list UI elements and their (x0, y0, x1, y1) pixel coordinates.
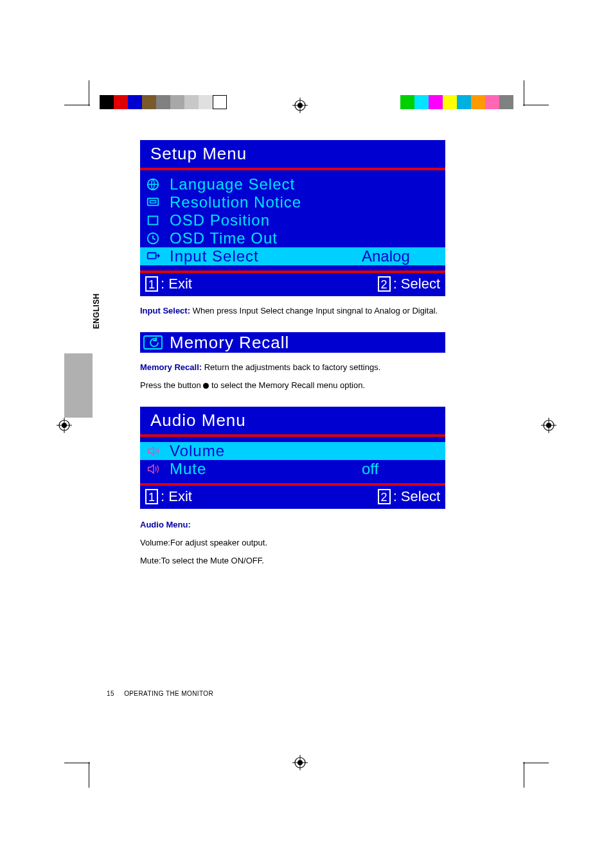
memory-recall-press-line: Press the button to select the Memory Re… (140, 378, 445, 393)
registration-mark-icon (292, 755, 308, 770)
footer-exit-label: : Exit (161, 488, 192, 505)
menu-item-label: Language Select (166, 175, 445, 193)
menu-item-value: off (362, 460, 445, 478)
menu-item-resolution-notice[interactable]: Resolution Notice (140, 193, 445, 211)
desc-text: to select the Memory Recall menu option. (209, 380, 365, 390)
audio-desc-line1: Volume:For adjust speaker output. (140, 536, 445, 550)
footer-exit-label: : Exit (161, 276, 192, 292)
menu-item-volume[interactable]: Volume (140, 442, 445, 460)
menu-item-input-select[interactable]: Input Select Analog (140, 247, 445, 265)
desc-label: Input Select: (140, 306, 190, 315)
page-footer-text: OPERATING THE MONITOR (124, 690, 213, 697)
side-gray-bar (64, 353, 93, 418)
memory-recall-description: Memory Recall: Return the adjustments ba… (140, 360, 445, 375)
menu-item-label: Input Select (166, 247, 362, 265)
color-bar-right (400, 95, 513, 109)
menu-item-mute[interactable]: Mute off (140, 460, 445, 478)
audio-menu-panel: Audio Menu Volume Mute off 1 : Exit 2 (140, 407, 445, 509)
svg-rect-17 (148, 199, 159, 206)
menu-item-value: Analog (362, 247, 445, 265)
desc-label: Memory Recall: (140, 362, 202, 372)
menu-item-label: OSD Time Out (166, 229, 445, 247)
speaker-icon (140, 443, 166, 459)
color-bar-left (100, 95, 227, 109)
crop-mark (524, 762, 524, 788)
recall-icon (140, 334, 166, 351)
setup-menu-panel: Setup Menu Language Select Resolution No… (140, 140, 445, 296)
key-1-icon: 1 (145, 489, 158, 504)
crop-mark (89, 80, 89, 106)
audio-menu-description: Audio Menu: (140, 518, 445, 532)
memory-recall-header: Memory Recall (140, 332, 445, 353)
registration-mark-icon (57, 418, 72, 433)
audio-menu-title: Audio Menu (140, 407, 445, 434)
svg-rect-19 (148, 217, 158, 225)
osd-footer: 1 : Exit 2 : Select (140, 486, 445, 509)
menu-item-label: Mute (166, 460, 362, 478)
desc-text: When press Input Select change Input sin… (190, 306, 438, 315)
footer-select-label: : Select (393, 488, 440, 505)
page-number: 15 (107, 690, 114, 697)
menu-item-language-select[interactable]: Language Select (140, 175, 445, 193)
registration-mark-icon (292, 98, 308, 113)
menu-item-label: Resolution Notice (166, 193, 445, 211)
svg-rect-21 (148, 253, 156, 259)
key-1-icon: 1 (145, 276, 158, 292)
clock-icon (140, 231, 166, 246)
key-2-icon: 2 (378, 276, 391, 292)
desc-text: Return the adjustments back to factory s… (202, 362, 380, 372)
menu-item-osd-time-out[interactable]: OSD Time Out (140, 229, 445, 247)
audio-desc-line2: Mute:To select the Mute ON/OFF. (140, 554, 445, 568)
crop-mark (523, 105, 549, 105)
desc-label: Audio Menu: (140, 520, 191, 529)
bullet-icon (203, 383, 209, 389)
crop-mark (89, 762, 89, 788)
input-icon (140, 249, 166, 264)
memory-recall-title: Memory Recall (166, 333, 289, 353)
svg-rect-22 (144, 336, 162, 349)
crop-mark (64, 105, 90, 105)
osd-footer: 1 : Exit 2 : Select (140, 273, 445, 296)
setup-menu-title: Setup Menu (140, 140, 445, 168)
key-2-icon: 2 (378, 489, 391, 504)
menu-item-osd-position[interactable]: OSD Position (140, 211, 445, 229)
menu-item-label: OSD Position (166, 211, 445, 229)
language-tab-label: ENGLISH (92, 278, 101, 329)
screen-icon (140, 195, 166, 210)
globe-icon (140, 177, 166, 192)
page-footer: 15 OPERATING THE MONITOR (107, 690, 213, 697)
crop-mark (64, 763, 90, 763)
input-select-description: Input Select: When press Input Select ch… (140, 304, 445, 318)
crop-mark (524, 80, 524, 106)
desc-text: Press the button (140, 380, 203, 390)
svg-rect-18 (150, 200, 155, 203)
menu-item-label: Volume (166, 442, 445, 460)
crop-mark (523, 763, 549, 763)
registration-mark-icon (541, 418, 556, 433)
footer-select-label: : Select (393, 276, 440, 292)
box-icon (140, 213, 166, 228)
speaker-icon (140, 461, 166, 477)
